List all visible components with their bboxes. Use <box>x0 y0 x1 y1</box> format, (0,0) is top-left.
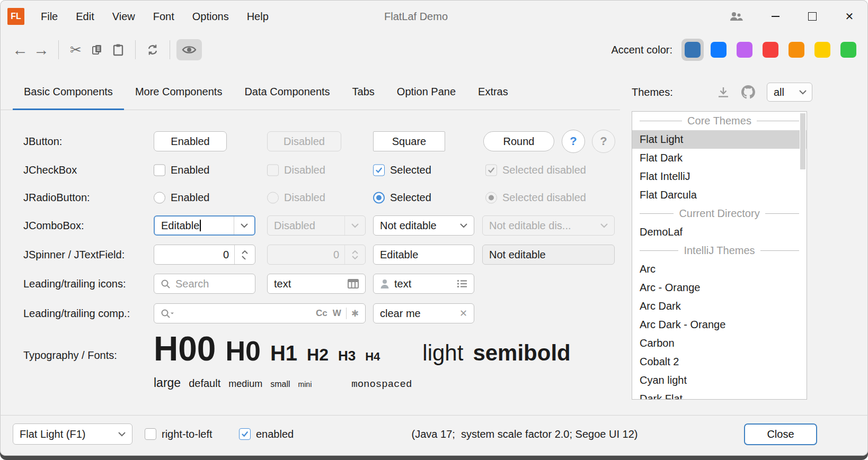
tabbar: Basic ComponentsMore ComponentsData Comp… <box>0 74 620 110</box>
tab-more-components[interactable]: More Components <box>124 74 234 110</box>
text-caret <box>200 220 201 231</box>
editable-textfield[interactable]: Editable <box>373 245 474 265</box>
theme-item-flat-dark[interactable]: Flat Dark <box>632 149 807 167</box>
clearable-textfield[interactable]: clear me ✕ <box>373 303 474 323</box>
whole-word-button[interactable]: W <box>333 308 341 319</box>
jcombobox-row: JComboBox: Editable Disabled Not editabl… <box>0 215 625 236</box>
theme-item-dark-flat[interactable]: Dark Flat <box>632 390 807 400</box>
list-icon[interactable] <box>457 279 467 288</box>
users-icon[interactable] <box>729 11 743 22</box>
minimize-button[interactable] <box>757 0 794 33</box>
theme-item-arc-orange[interactable]: Arc - Orange <box>632 278 807 297</box>
menu-font[interactable]: Font <box>144 0 183 33</box>
round-button[interactable]: Round <box>483 131 554 151</box>
h3-sample: H3 <box>338 348 356 364</box>
h2-sample: H2 <box>307 345 329 365</box>
accent-swatch-7[interactable] <box>837 39 860 61</box>
menu-edit[interactable]: Edit <box>67 0 103 33</box>
square-button[interactable]: Square <box>373 131 445 151</box>
theme-item-carbon[interactable]: Carbon <box>632 334 807 353</box>
close-window-button[interactable]: ✕ <box>831 0 868 33</box>
menu-file[interactable]: File <box>32 0 67 33</box>
textfield-value: Not editable <box>489 249 546 261</box>
theme-item-flat-darcula[interactable]: Flat Darcula <box>632 186 807 204</box>
theme-item-flat-intellij[interactable]: Flat IntelliJ <box>632 167 807 186</box>
themes-filter-value: all <box>767 86 799 98</box>
tab-basic-components[interactable]: Basic Components <box>13 74 124 110</box>
chevron-down-icon[interactable] <box>234 217 254 234</box>
right-to-left-checkbox[interactable]: right-to-left <box>145 423 212 445</box>
maximize-button[interactable] <box>794 0 831 33</box>
search-input-with-options[interactable]: Cc W ✱ <box>154 303 366 323</box>
spinner-arrows[interactable] <box>234 245 255 264</box>
close-button[interactable]: Close <box>744 423 817 445</box>
search-with-menu-icon[interactable] <box>161 309 174 319</box>
match-case-button[interactable]: Cc <box>316 308 327 319</box>
toolbar-separator <box>135 40 136 59</box>
enabled-button[interactable]: Enabled <box>154 131 227 151</box>
table-icon[interactable] <box>348 279 359 288</box>
accent-swatch-color <box>763 42 778 58</box>
jradiobutton-row: JRadioButton: Enabled Disabled Selected … <box>0 187 625 208</box>
accent-swatch-color <box>711 42 727 58</box>
tab-tabs[interactable]: Tabs <box>341 74 386 110</box>
theme-item-demolaf[interactable]: DemoLaf <box>632 223 807 241</box>
medium-sample: medium <box>228 378 262 390</box>
clear-icon[interactable]: ✕ <box>459 308 467 319</box>
tab-data-components[interactable]: Data Components <box>233 74 341 110</box>
paste-button[interactable] <box>108 39 129 60</box>
chevron-up-icon[interactable] <box>242 250 248 254</box>
download-themes-button[interactable] <box>717 86 730 98</box>
theme-item-arc-dark[interactable]: Arc Dark <box>632 297 807 315</box>
textfield-with-user-icon[interactable]: text <box>373 274 474 294</box>
accent-swatch-5[interactable] <box>785 39 808 61</box>
accent-swatch-4[interactable] <box>759 39 782 61</box>
themes-scrollbar[interactable] <box>800 112 806 400</box>
back-icon: ← <box>12 42 28 58</box>
theme-item-flat-light[interactable]: Flat Light <box>632 130 807 149</box>
themes-filter-combobox[interactable]: all <box>767 83 812 102</box>
theme-item-arc-dark-orange[interactable]: Arc Dark - Orange <box>632 315 807 334</box>
cut-button[interactable]: ✂ <box>65 39 86 60</box>
checkbox-selected[interactable]: Selected <box>373 164 431 176</box>
radio-selected[interactable]: Selected <box>373 192 431 204</box>
copy-button[interactable] <box>86 39 108 60</box>
textfield-with-table-icon[interactable]: text <box>267 274 366 294</box>
radio-enabled[interactable]: Enabled <box>154 192 209 204</box>
accent-swatch-3[interactable] <box>733 39 756 61</box>
back-button[interactable]: ← <box>10 39 31 60</box>
forward-button[interactable]: → <box>31 39 52 60</box>
github-link-button[interactable] <box>741 85 755 99</box>
refresh-button[interactable] <box>142 39 163 60</box>
checkbox-checked-icon <box>485 164 497 176</box>
spinner[interactable]: 0 <box>154 245 255 265</box>
accent-swatch-6[interactable] <box>811 39 834 61</box>
search-input[interactable]: Search <box>154 274 255 294</box>
accent-swatch-1[interactable] <box>681 39 704 61</box>
theme-item-cyan-light[interactable]: Cyan light <box>632 371 807 390</box>
enabled-checkbox[interactable]: enabled <box>239 423 294 445</box>
not-editable-combobox[interactable]: Not editable <box>373 215 474 236</box>
menu-help[interactable]: Help <box>238 0 278 33</box>
theme-item-cobalt-2[interactable]: Cobalt 2 <box>632 353 807 371</box>
tab-extras[interactable]: Extras <box>467 74 519 110</box>
menu-options[interactable]: Options <box>183 0 238 33</box>
theme-item-arc[interactable]: Arc <box>632 260 807 278</box>
scrollbar-thumb[interactable] <box>800 113 805 169</box>
chevron-down-icon[interactable] <box>242 256 248 259</box>
accent-swatch-2[interactable] <box>707 39 730 61</box>
look-and-feel-combobox[interactable]: Flat Light (F1) <box>13 423 132 445</box>
menu-view[interactable]: View <box>103 0 144 33</box>
help-button[interactable]: ? <box>562 130 585 153</box>
editable-combobox[interactable]: Editable <box>154 215 255 236</box>
accent-swatch-color <box>685 42 701 58</box>
spinner-value[interactable]: 0 <box>154 249 234 261</box>
toolbar-separator <box>58 40 59 59</box>
spinner-arrows <box>344 245 365 264</box>
chevron-down-icon <box>799 90 812 95</box>
checkbox-enabled[interactable]: Enabled <box>154 164 209 176</box>
jcombobox-label: JComboBox: <box>23 220 84 232</box>
show-hidden-toggle-button[interactable] <box>176 39 202 60</box>
tab-option-pane[interactable]: Option Pane <box>386 74 467 110</box>
regex-button[interactable]: ✱ <box>351 308 359 319</box>
